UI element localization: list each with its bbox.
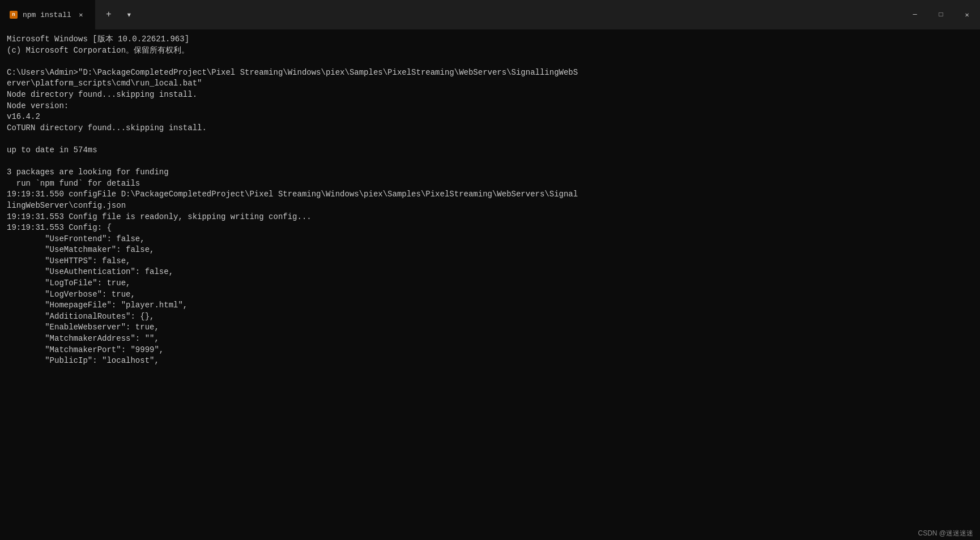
npm-icon: n	[10, 11, 18, 19]
tab-label: npm install	[23, 11, 71, 19]
tab-actions: + ▾	[95, 0, 143, 29]
minimize-button[interactable]: ─	[902, 0, 928, 29]
terminal-tab[interactable]: n npm install ✕	[0, 0, 95, 29]
title-bar-left: n npm install ✕ + ▾	[0, 0, 902, 29]
new-tab-button[interactable]: +	[100, 6, 118, 24]
window-controls: ─ □ ✕	[902, 0, 980, 29]
title-bar: n npm install ✕ + ▾ ─ □ ✕	[0, 0, 980, 29]
terminal-window: n npm install ✕ + ▾ ─ □ ✕ Microsoft Wind…	[0, 0, 980, 540]
status-text: CSDN @迷迷迷迷	[918, 529, 973, 538]
close-button[interactable]: ✕	[954, 0, 980, 29]
status-bar: CSDN @迷迷迷迷	[0, 526, 980, 540]
tab-close-button[interactable]: ✕	[76, 10, 86, 20]
dropdown-button[interactable]: ▾	[120, 6, 138, 24]
tab-icon: n	[9, 10, 18, 19]
terminal-output[interactable]: Microsoft Windows [版本 10.0.22621.963] (c…	[0, 29, 980, 526]
maximize-button[interactable]: □	[928, 0, 954, 29]
